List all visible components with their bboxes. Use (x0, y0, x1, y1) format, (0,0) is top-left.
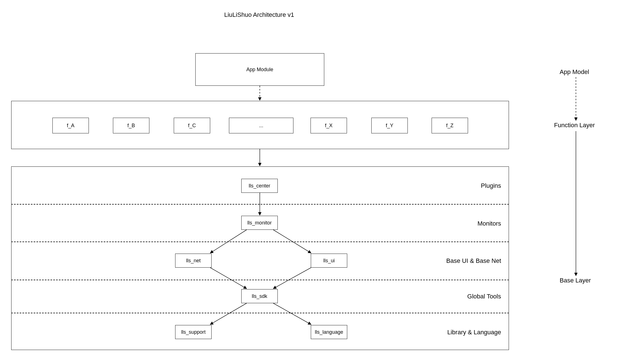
row-label-globaltools: Global Tools (467, 293, 501, 300)
node-label: lls_monitor (247, 220, 272, 226)
node-lls-support: lls_support (175, 325, 212, 339)
node-label: ... (259, 123, 263, 129)
node-f-x: f_X (311, 118, 347, 133)
row-label-library: Library & Language (447, 329, 501, 336)
node-f-ellipsis: ... (229, 118, 293, 133)
node-f-z: f_Z (432, 118, 468, 133)
node-label: App Module (246, 67, 273, 73)
node-label: lls_ui (323, 258, 335, 264)
node-f-y: f_Y (371, 118, 408, 133)
architecture-diagram: LiuLiShuo Architecture v1 App Module f_A… (0, 0, 630, 364)
side-label-function-layer: Function Layer (554, 122, 595, 129)
side-label-app-model: App Model (560, 68, 589, 76)
node-f-c: f_C (174, 118, 210, 133)
row-divider (11, 313, 509, 313)
row-label-baseui: Base UI & Base Net (446, 257, 501, 265)
node-app-module: App Module (195, 53, 324, 86)
node-label: lls_sdk (252, 293, 267, 299)
node-label: lls_net (186, 258, 201, 264)
row-label-monitors: Monitors (478, 220, 501, 227)
node-label: f_Z (446, 123, 453, 129)
row-divider (11, 280, 509, 280)
diagram-title: LiuLiShuo Architecture v1 (224, 11, 294, 18)
node-lls-language: lls_language (311, 325, 347, 339)
node-lls-ui: lls_ui (311, 254, 347, 268)
node-lls-center: lls_center (241, 179, 278, 193)
node-f-b: f_B (113, 118, 149, 133)
node-label: f_X (325, 123, 332, 129)
node-label: f_Y (386, 123, 393, 129)
node-label: lls_language (315, 329, 343, 335)
node-label: lls_support (181, 329, 205, 335)
node-label: f_B (127, 123, 135, 129)
base-layer-container (11, 166, 509, 350)
side-label-base-layer: Base Layer (560, 277, 591, 284)
node-lls-sdk: lls_sdk (241, 289, 278, 303)
node-label: lls_center (249, 183, 270, 189)
row-label-plugins: Plugins (481, 182, 501, 189)
node-label: f_A (67, 123, 74, 129)
node-lls-net: lls_net (175, 254, 212, 268)
node-label: f_C (188, 123, 196, 129)
node-lls-monitor: lls_monitor (241, 216, 278, 230)
node-f-a: f_A (52, 118, 89, 133)
row-divider (11, 242, 509, 242)
row-divider (11, 204, 509, 205)
